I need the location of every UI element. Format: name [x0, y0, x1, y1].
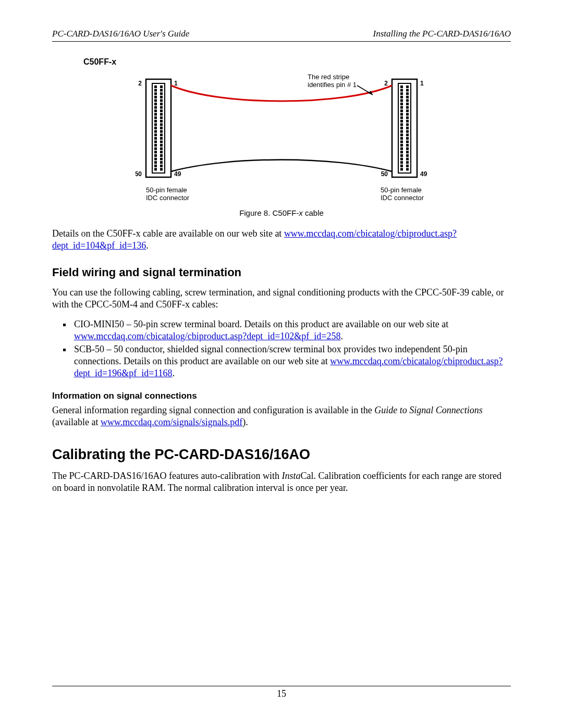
cable-diagram-wrap: The red stripe identifies pin # 1 2 1 50…: [52, 70, 511, 205]
right-pin-50: 50: [381, 170, 388, 178]
svg-rect-72: [400, 116, 403, 119]
svg-rect-34: [154, 141, 157, 143]
page: PC-CARD-DAS16/16AO User's Guide Installi…: [0, 0, 563, 728]
svg-rect-21: [160, 116, 163, 119]
svg-rect-48: [154, 165, 157, 167]
svg-rect-18: [154, 113, 157, 116]
svg-rect-4: [154, 89, 157, 92]
bullet-cio-mini50: CIO-MINI50 – 50-pin screw terminal board…: [72, 318, 511, 342]
svg-rect-66: [400, 106, 403, 109]
svg-rect-31: [160, 133, 163, 136]
svg-rect-71: [406, 113, 409, 116]
svg-rect-20: [154, 116, 157, 119]
para3-a: General information regarding signal con…: [52, 405, 374, 415]
svg-rect-38: [154, 147, 157, 150]
para-field-intro: You can use the following cabling, screw…: [52, 287, 511, 310]
svg-rect-41: [160, 151, 163, 153]
svg-rect-77: [406, 124, 409, 126]
stripe-label-1: The red stripe: [308, 73, 349, 81]
svg-rect-8: [154, 96, 157, 98]
figure-title: C50FF-x: [83, 57, 511, 67]
svg-rect-68: [400, 109, 403, 112]
svg-rect-7: [160, 92, 163, 95]
svg-rect-30: [154, 133, 157, 136]
svg-rect-69: [406, 109, 409, 112]
svg-rect-36: [154, 144, 157, 146]
header-left: PC-CARD-DAS16/16AO User's Guide: [52, 29, 189, 39]
svg-rect-1: [152, 83, 165, 173]
header-rule: [52, 41, 511, 42]
right-conn-l2: IDC connector: [381, 194, 424, 202]
para4-a: The PC-CARD-DAS16/16AO features auto-cal…: [52, 471, 282, 481]
left-conn-l1: 50-pin female: [146, 186, 187, 194]
svg-rect-91: [406, 147, 409, 150]
svg-rect-86: [400, 141, 403, 143]
svg-rect-88: [400, 144, 403, 146]
svg-rect-93: [406, 151, 409, 153]
right-pin-1: 1: [420, 80, 424, 87]
svg-rect-59: [406, 92, 409, 95]
svg-rect-25: [160, 124, 163, 126]
para3-i: Guide to Signal Connections: [374, 405, 482, 415]
svg-rect-81: [406, 130, 409, 133]
svg-rect-12: [154, 103, 157, 105]
svg-rect-33: [160, 137, 163, 140]
svg-rect-26: [154, 127, 157, 129]
svg-rect-73: [406, 116, 409, 119]
red-stripe: [171, 85, 392, 101]
svg-rect-9: [160, 96, 163, 98]
svg-rect-102: [400, 168, 403, 170]
para1-a: Details on the C50FF-x cable are availab…: [52, 228, 284, 239]
para3-b: (available at: [52, 417, 101, 427]
cable-bottom: [171, 160, 392, 172]
svg-rect-37: [160, 144, 163, 146]
svg-rect-28: [154, 130, 157, 133]
svg-rect-5: [160, 89, 163, 92]
svg-rect-19: [160, 113, 163, 116]
para-signal-info: General information regarding signal con…: [52, 404, 511, 428]
caption-italic: x: [299, 208, 303, 217]
svg-rect-23: [160, 120, 163, 122]
cable-diagram: The red stripe identifies pin # 1 2 1 50…: [136, 70, 427, 205]
svg-rect-15: [160, 106, 163, 109]
svg-rect-101: [406, 165, 409, 167]
svg-rect-62: [400, 99, 403, 102]
link-signals-pdf[interactable]: www.mccdaq.com/signals/signals.pdf: [101, 417, 242, 427]
running-header: PC-CARD-DAS16/16AO User's Guide Installi…: [52, 29, 511, 39]
caption-prefix: Figure 8. C50FF-: [239, 208, 299, 217]
heading-calibrating: Calibrating the PC-CARD-DAS16/16AO: [52, 447, 511, 463]
footer-rule: [52, 686, 511, 686]
svg-rect-54: [400, 85, 403, 88]
svg-rect-17: [160, 109, 163, 112]
svg-rect-3: [160, 85, 163, 88]
svg-rect-100: [400, 165, 403, 167]
page-number: 15: [0, 688, 563, 699]
svg-rect-98: [400, 161, 403, 164]
svg-rect-27: [160, 127, 163, 129]
svg-rect-45: [160, 158, 163, 161]
svg-rect-85: [406, 137, 409, 140]
svg-rect-82: [400, 133, 403, 136]
left-conn-l2: IDC connector: [146, 194, 190, 202]
svg-rect-55: [406, 85, 409, 88]
svg-rect-16: [154, 109, 157, 112]
svg-rect-76: [400, 124, 403, 126]
link-cio-mini50[interactable]: www.mccdaq.com/cbicatalog/cbiproduct.asp…: [74, 331, 341, 341]
svg-rect-14: [154, 106, 157, 109]
svg-rect-43: [160, 154, 163, 157]
para1-b: .: [146, 240, 149, 251]
svg-rect-51: [160, 168, 163, 170]
left-pin-50: 50: [136, 170, 142, 178]
svg-rect-60: [400, 96, 403, 98]
stripe-label-2: identifies pin # 1: [308, 81, 357, 89]
svg-rect-58: [400, 92, 403, 95]
svg-rect-75: [406, 120, 409, 122]
svg-rect-47: [160, 161, 163, 164]
heading-field-wiring: Field wiring and signal termination: [52, 266, 511, 279]
svg-rect-44: [154, 158, 157, 161]
b1-a: CIO-MINI50 – 50-pin screw terminal board…: [74, 319, 448, 329]
header-right: Installing the PC-CARD-DAS16/16AO: [373, 29, 511, 39]
svg-rect-84: [400, 137, 403, 140]
svg-rect-103: [406, 168, 409, 170]
svg-rect-79: [406, 127, 409, 129]
